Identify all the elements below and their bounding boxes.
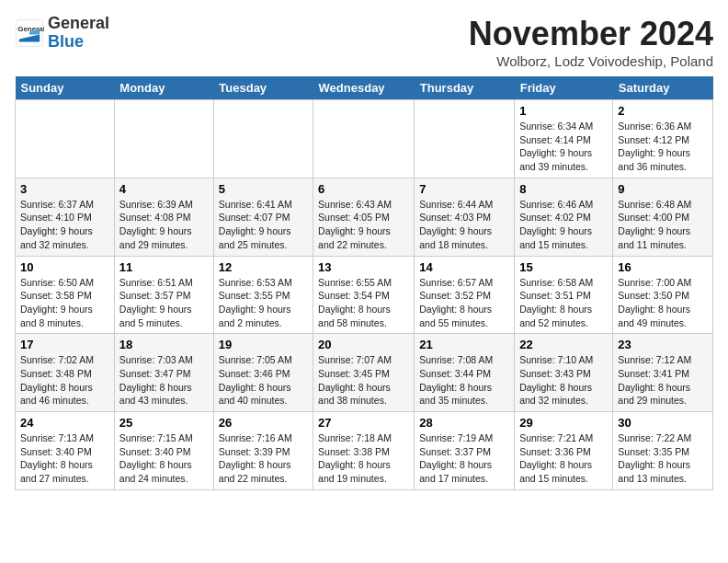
location: Wolborz, Lodz Voivodeship, Poland	[469, 53, 713, 69]
day-info: Sunrise: 7:10 AM Sunset: 3:43 PM Dayligh…	[519, 353, 608, 408]
day-info: Sunrise: 7:18 AM Sunset: 3:38 PM Dayligh…	[318, 431, 409, 486]
day-number: 9	[618, 182, 708, 196]
day-number: 12	[219, 260, 308, 274]
day-info: Sunrise: 7:08 AM Sunset: 3:44 PM Dayligh…	[419, 353, 509, 408]
day-number: 15	[519, 260, 608, 274]
empty-cell	[313, 100, 415, 178]
day-cell-7: 7Sunrise: 6:44 AM Sunset: 4:03 PM Daylig…	[415, 178, 515, 256]
logo: General General Blue	[15, 15, 109, 52]
day-cell-4: 4Sunrise: 6:39 AM Sunset: 4:08 PM Daylig…	[114, 178, 213, 256]
day-number: 5	[219, 182, 308, 196]
day-number: 20	[318, 338, 409, 351]
day-number: 4	[119, 182, 209, 196]
day-number: 1	[519, 104, 608, 118]
day-cell-29: 29Sunrise: 7:21 AM Sunset: 3:36 PM Dayli…	[515, 412, 613, 490]
day-cell-1: 1Sunrise: 6:34 AM Sunset: 4:14 PM Daylig…	[515, 100, 613, 178]
day-info: Sunrise: 7:21 AM Sunset: 3:36 PM Dayligh…	[519, 431, 608, 486]
day-cell-15: 15Sunrise: 6:58 AM Sunset: 3:51 PM Dayli…	[515, 256, 613, 334]
empty-cell	[213, 100, 313, 178]
day-info: Sunrise: 7:05 AM Sunset: 3:46 PM Dayligh…	[219, 353, 308, 408]
day-info: Sunrise: 7:15 AM Sunset: 3:40 PM Dayligh…	[119, 431, 209, 486]
day-cell-13: 13Sunrise: 6:55 AM Sunset: 3:54 PM Dayli…	[313, 256, 415, 334]
weekday-header-monday: Monday	[114, 76, 213, 100]
day-number: 24	[20, 416, 109, 430]
day-cell-3: 3Sunrise: 6:37 AM Sunset: 4:10 PM Daylig…	[16, 178, 115, 256]
month-title: November 2024	[469, 15, 713, 53]
day-number: 17	[20, 338, 109, 351]
weekday-header-thursday: Thursday	[415, 76, 515, 100]
day-info: Sunrise: 6:34 AM Sunset: 4:14 PM Dayligh…	[519, 120, 608, 174]
day-info: Sunrise: 6:36 AM Sunset: 4:12 PM Dayligh…	[618, 120, 708, 174]
day-number: 11	[119, 260, 209, 274]
day-number: 18	[119, 338, 209, 351]
weekday-header-sunday: Sunday	[16, 76, 115, 100]
empty-cell	[16, 100, 115, 178]
day-number: 21	[419, 338, 509, 351]
day-cell-5: 5Sunrise: 6:41 AM Sunset: 4:07 PM Daylig…	[213, 178, 313, 256]
day-info: Sunrise: 6:39 AM Sunset: 4:08 PM Dayligh…	[119, 198, 209, 252]
day-info: Sunrise: 7:02 AM Sunset: 3:48 PM Dayligh…	[20, 353, 109, 408]
day-number: 6	[318, 182, 409, 196]
day-number: 28	[419, 416, 509, 430]
day-cell-11: 11Sunrise: 6:51 AM Sunset: 3:57 PM Dayli…	[114, 256, 213, 334]
day-cell-18: 18Sunrise: 7:03 AM Sunset: 3:47 PM Dayli…	[114, 334, 213, 412]
day-info: Sunrise: 6:41 AM Sunset: 4:07 PM Dayligh…	[219, 198, 308, 252]
empty-cell	[415, 100, 515, 178]
day-cell-30: 30Sunrise: 7:22 AM Sunset: 3:35 PM Dayli…	[613, 412, 713, 490]
week-row-1: 1Sunrise: 6:34 AM Sunset: 4:14 PM Daylig…	[16, 100, 713, 178]
day-info: Sunrise: 7:16 AM Sunset: 3:39 PM Dayligh…	[219, 431, 308, 486]
day-info: Sunrise: 7:19 AM Sunset: 3:37 PM Dayligh…	[419, 431, 509, 486]
weekday-header-tuesday: Tuesday	[213, 76, 313, 100]
day-number: 23	[618, 338, 708, 351]
day-number: 22	[519, 338, 608, 351]
day-info: Sunrise: 6:51 AM Sunset: 3:57 PM Dayligh…	[119, 276, 209, 330]
day-info: Sunrise: 7:00 AM Sunset: 3:50 PM Dayligh…	[618, 276, 708, 330]
day-info: Sunrise: 7:22 AM Sunset: 3:35 PM Dayligh…	[618, 431, 708, 486]
day-info: Sunrise: 6:53 AM Sunset: 3:55 PM Dayligh…	[219, 276, 308, 330]
week-row-2: 3Sunrise: 6:37 AM Sunset: 4:10 PM Daylig…	[16, 178, 713, 256]
weekday-header-wednesday: Wednesday	[313, 76, 415, 100]
day-cell-9: 9Sunrise: 6:48 AM Sunset: 4:00 PM Daylig…	[613, 178, 713, 256]
day-cell-2: 2Sunrise: 6:36 AM Sunset: 4:12 PM Daylig…	[613, 100, 713, 178]
day-info: Sunrise: 6:43 AM Sunset: 4:05 PM Dayligh…	[318, 198, 409, 252]
weekday-header-row: SundayMondayTuesdayWednesdayThursdayFrid…	[16, 76, 713, 100]
day-number: 26	[219, 416, 308, 430]
day-cell-22: 22Sunrise: 7:10 AM Sunset: 3:43 PM Dayli…	[515, 334, 613, 412]
day-cell-25: 25Sunrise: 7:15 AM Sunset: 3:40 PM Dayli…	[114, 412, 213, 490]
day-cell-6: 6Sunrise: 6:43 AM Sunset: 4:05 PM Daylig…	[313, 178, 415, 256]
day-number: 13	[318, 260, 409, 274]
logo-icon: General	[15, 18, 44, 48]
day-number: 7	[419, 182, 509, 196]
day-cell-21: 21Sunrise: 7:08 AM Sunset: 3:44 PM Dayli…	[415, 334, 515, 412]
logo-blue: Blue	[48, 32, 84, 51]
day-number: 2	[618, 104, 708, 118]
day-number: 8	[519, 182, 608, 196]
week-row-4: 17Sunrise: 7:02 AM Sunset: 3:48 PM Dayli…	[16, 334, 713, 412]
day-number: 14	[419, 260, 509, 274]
day-number: 25	[119, 416, 209, 430]
day-cell-26: 26Sunrise: 7:16 AM Sunset: 3:39 PM Dayli…	[213, 412, 313, 490]
day-cell-28: 28Sunrise: 7:19 AM Sunset: 3:37 PM Dayli…	[415, 412, 515, 490]
day-number: 10	[20, 260, 109, 274]
day-info: Sunrise: 6:44 AM Sunset: 4:03 PM Dayligh…	[419, 198, 509, 252]
day-number: 30	[618, 416, 708, 430]
day-info: Sunrise: 7:03 AM Sunset: 3:47 PM Dayligh…	[119, 353, 209, 408]
weekday-header-friday: Friday	[515, 76, 613, 100]
day-info: Sunrise: 6:46 AM Sunset: 4:02 PM Dayligh…	[519, 198, 608, 252]
logo-general: General	[48, 14, 109, 32]
day-cell-12: 12Sunrise: 6:53 AM Sunset: 3:55 PM Dayli…	[213, 256, 313, 334]
day-number: 27	[318, 416, 409, 430]
day-cell-17: 17Sunrise: 7:02 AM Sunset: 3:48 PM Dayli…	[16, 334, 115, 412]
day-cell-20: 20Sunrise: 7:07 AM Sunset: 3:45 PM Dayli…	[313, 334, 415, 412]
day-cell-23: 23Sunrise: 7:12 AM Sunset: 3:41 PM Dayli…	[613, 334, 713, 412]
day-info: Sunrise: 6:58 AM Sunset: 3:51 PM Dayligh…	[519, 276, 608, 330]
day-cell-14: 14Sunrise: 6:57 AM Sunset: 3:52 PM Dayli…	[415, 256, 515, 334]
day-cell-24: 24Sunrise: 7:13 AM Sunset: 3:40 PM Dayli…	[16, 412, 115, 490]
day-info: Sunrise: 6:57 AM Sunset: 3:52 PM Dayligh…	[419, 276, 509, 330]
day-info: Sunrise: 6:48 AM Sunset: 4:00 PM Dayligh…	[618, 198, 708, 252]
header: General General Blue November 2024 Wolbo…	[15, 15, 713, 69]
week-row-3: 10Sunrise: 6:50 AM Sunset: 3:58 PM Dayli…	[16, 256, 713, 334]
day-cell-16: 16Sunrise: 7:00 AM Sunset: 3:50 PM Dayli…	[613, 256, 713, 334]
day-info: Sunrise: 7:07 AM Sunset: 3:45 PM Dayligh…	[318, 353, 409, 408]
day-cell-10: 10Sunrise: 6:50 AM Sunset: 3:58 PM Dayli…	[16, 256, 115, 334]
